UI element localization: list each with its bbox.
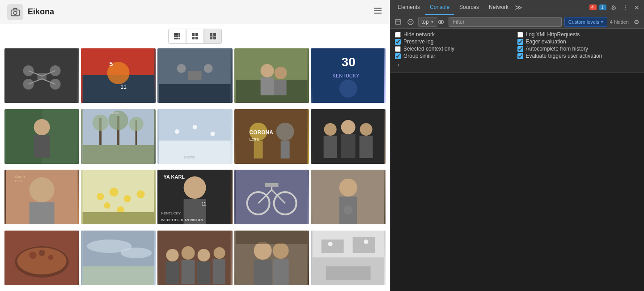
console-settings-button[interactable]: ⚙ (631, 17, 641, 27)
devtools-toolbar2: top ▾ Custom levels ▾ 4 hidden ⚙ (390, 15, 644, 29)
group-similar-label[interactable]: Group similar (403, 53, 435, 59)
svg-rect-86 (359, 136, 373, 158)
settings-col-eval-triggers: Evaluate triggers user activation (517, 53, 640, 59)
svg-point-130 (166, 249, 179, 261)
hide-network-label[interactable]: Hide network (403, 31, 435, 38)
list-item[interactable]: winter (81, 109, 156, 164)
tab-elements[interactable]: Elements (393, 0, 424, 15)
list-item[interactable]: 5 11 (81, 48, 156, 103)
selected-ctx-checkbox[interactable] (395, 46, 401, 52)
list-item[interactable] (4, 231, 79, 285)
svg-rect-137 (213, 259, 225, 284)
svg-point-88 (30, 177, 55, 202)
preserve-log-checkbox[interactable] (395, 39, 401, 45)
console-content[interactable] (390, 73, 644, 291)
error-badge: 4 (589, 4, 597, 10)
context-selector[interactable]: top ▾ (418, 17, 433, 27)
svg-rect-14 (192, 33, 195, 36)
svg-rect-16 (192, 37, 195, 39)
eye-button[interactable] (436, 17, 446, 27)
settings-row-4: Group similar Evaluate triggers user act… (395, 53, 640, 59)
svg-text:5: 5 (110, 60, 113, 68)
settings-col-hide-network: Hide network (395, 31, 517, 38)
more-options-button[interactable]: ⋮ (621, 3, 630, 12)
list-item[interactable] (234, 170, 309, 224)
settings-button[interactable]: ⚙ (609, 3, 618, 12)
selected-ctx-label[interactable]: Selected context only (403, 46, 454, 52)
filter-input[interactable] (449, 17, 562, 27)
clear-console-button[interactable] (393, 17, 403, 27)
svg-text:KENTUCKY: KENTUCKY (161, 211, 181, 215)
settings-col-selected-ctx: Selected context only (395, 46, 517, 52)
custom-levels-button[interactable]: Custom levels ▾ (564, 17, 607, 27)
more-tabs-button[interactable]: ≫ (514, 3, 523, 12)
large-grid-button[interactable] (204, 29, 222, 44)
log-xml-checkbox[interactable] (517, 32, 523, 38)
svg-point-55 (34, 119, 50, 135)
svg-rect-79 (280, 141, 289, 158)
svg-rect-10 (178, 35, 180, 37)
svg-point-139 (254, 242, 271, 260)
list-item[interactable] (234, 48, 309, 103)
svg-rect-152 (395, 20, 401, 24)
list-item[interactable] (311, 231, 386, 285)
svg-point-121 (30, 252, 37, 259)
more-settings-button[interactable]: › (395, 60, 640, 70)
view-controls (0, 24, 390, 47)
close-devtools-button[interactable]: ✕ (632, 3, 641, 12)
hamburger-menu-icon[interactable] (373, 6, 383, 18)
svg-rect-48 (274, 80, 286, 95)
svg-rect-149 (326, 266, 370, 280)
group-similar-checkbox[interactable] (395, 53, 401, 59)
svg-rect-56 (34, 135, 50, 158)
small-grid-button[interactable] (168, 29, 186, 44)
svg-rect-18 (210, 33, 212, 36)
autocomplete-label[interactable]: Autocomplete from history (526, 46, 588, 52)
context-select-input[interactable]: top (418, 17, 437, 27)
svg-point-78 (276, 123, 294, 141)
list-item[interactable]: Corona Extra (4, 170, 79, 224)
svg-point-115 (339, 179, 357, 197)
eval-triggers-label[interactable]: Evaluate triggers user activation (526, 53, 602, 59)
svg-rect-147 (321, 240, 343, 253)
svg-text:WS BETTER THAN RIM HAN: WS BETTER THAN RIM HAN (161, 218, 203, 222)
svg-text:winter: winter (109, 111, 119, 115)
list-item[interactable] (81, 231, 156, 285)
svg-rect-134 (166, 261, 179, 284)
list-item[interactable] (4, 48, 79, 103)
list-item[interactable]: 30 KENTUCKY (311, 48, 386, 103)
svg-point-123 (39, 250, 45, 256)
list-item[interactable] (157, 48, 232, 103)
list-item[interactable] (311, 109, 386, 164)
no-entry-button[interactable] (406, 17, 415, 27)
custom-levels-dropdown-arrow: ▾ (601, 20, 603, 24)
list-item[interactable] (157, 231, 232, 285)
svg-point-41 (204, 64, 213, 73)
svg-point-45 (260, 64, 274, 77)
hide-network-checkbox[interactable] (395, 32, 401, 38)
svg-point-97 (104, 202, 110, 209)
list-item[interactable]: snowy (157, 109, 232, 164)
medium-grid-button[interactable] (186, 29, 204, 44)
svg-point-122 (48, 255, 54, 260)
tab-console[interactable]: Console (425, 0, 454, 15)
svg-point-1 (13, 11, 17, 14)
list-item[interactable] (81, 170, 156, 224)
tab-network[interactable]: Network (484, 0, 513, 15)
autocomplete-checkbox[interactable] (517, 46, 523, 52)
tab-sources[interactable]: Sources (455, 0, 483, 15)
list-item[interactable] (311, 170, 386, 224)
eager-eval-label[interactable]: Eager evaluation (526, 39, 566, 45)
svg-rect-47 (260, 77, 274, 95)
eager-eval-checkbox[interactable] (517, 39, 523, 45)
list-item[interactable]: CORONA Extra (234, 109, 309, 164)
svg-rect-141 (254, 260, 271, 285)
log-xml-label[interactable]: Log XMLHttpRequests (526, 31, 580, 38)
preserve-log-label[interactable]: Preserve log (403, 39, 433, 45)
list-item[interactable] (234, 231, 309, 285)
eval-triggers-checkbox[interactable] (517, 53, 523, 59)
svg-point-93 (97, 193, 104, 200)
list-item[interactable]: YA KARL WS BETTER THAN RIM HAN KENTUCKY … (157, 170, 232, 224)
settings-col-preserve-log: Preserve log (395, 39, 517, 45)
list-item[interactable] (4, 109, 79, 164)
